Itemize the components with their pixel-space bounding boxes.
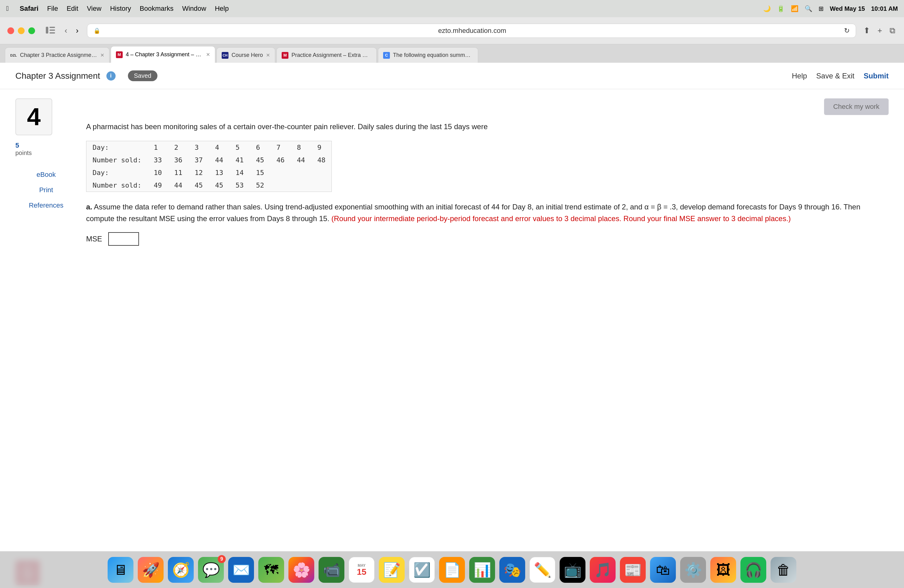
submit-button[interactable]: Submit xyxy=(864,72,889,80)
data-table: Day: 1 2 3 4 5 6 7 8 9 Number sold: 33 xyxy=(86,141,332,192)
table-cell: 12 xyxy=(188,166,209,179)
table-cell: 5 xyxy=(229,141,250,154)
mse-row: MSE xyxy=(86,232,889,246)
table-cell: 44 xyxy=(291,154,311,166)
table-cell xyxy=(311,166,332,179)
table-cell: 37 xyxy=(188,154,209,166)
table-cell: 45 xyxy=(188,179,209,192)
tab-3[interactable]: CH Course Hero ✕ xyxy=(217,47,275,63)
dock-messages[interactable]: 💬 9 xyxy=(198,557,224,583)
menubar-view[interactable]: View xyxy=(87,5,101,13)
table-cell: 15 xyxy=(250,166,270,179)
dock-safari[interactable]: 🧭 xyxy=(168,557,194,583)
dock-photos[interactable]: 🌸 xyxy=(288,557,314,583)
menubar-help[interactable]: Help xyxy=(215,5,229,13)
dock-freeform[interactable]: ✏️ xyxy=(529,557,555,583)
print-button[interactable]: Print xyxy=(15,184,77,196)
main-area: 4 5 points eBook Print References Check … xyxy=(0,89,904,557)
reload-icon[interactable]: ↻ xyxy=(844,27,850,35)
tab-close-3[interactable]: ✕ xyxy=(266,52,270,58)
minimize-window-button[interactable] xyxy=(18,27,25,34)
dock-numbers[interactable]: 📊 xyxy=(469,557,495,583)
battery-icon: 🔋 xyxy=(777,5,785,12)
dock-calendar[interactable]: MAY 15 xyxy=(349,557,375,583)
dock-finder[interactable]: 🖥 xyxy=(107,557,133,583)
svg-rect-2 xyxy=(49,30,55,31)
tabs-bar: DZL Chapter 3 Practice Assignment – Extr… xyxy=(0,44,904,63)
dock-appletv[interactable]: 📺 xyxy=(559,557,585,583)
back-button[interactable]: ‹ xyxy=(62,25,70,36)
mse-input[interactable] xyxy=(108,232,139,246)
tab-favicon-4: M xyxy=(282,52,288,59)
check-my-work-button[interactable]: Check my work xyxy=(824,98,889,115)
assignment-header: Chapter 3 Assignment i Saved Help Save &… xyxy=(0,63,904,89)
table-row-sold2: Number sold: 49 44 45 45 53 52 xyxy=(86,179,332,192)
table-cell: 13 xyxy=(209,166,229,179)
table-cell: 41 xyxy=(229,154,250,166)
tab-5[interactable]: C The following equation summarizes the.… xyxy=(378,47,478,63)
dock-keynote[interactable]: 🎭 xyxy=(499,557,525,583)
menubar-history[interactable]: History xyxy=(110,5,131,13)
dock-launchpad[interactable]: 🚀 xyxy=(138,557,164,583)
info-icon[interactable]: i xyxy=(106,71,115,81)
dock-reminders[interactable]: ☑️ xyxy=(409,557,435,583)
assignment-title: Chapter 3 Assignment xyxy=(15,71,100,81)
tab-2[interactable]: M 4 – Chapter 3 Assignment – Connect ✕ xyxy=(111,46,215,63)
dock-preview[interactable]: 🖼 xyxy=(710,557,736,583)
tab-1[interactable]: DZL Chapter 3 Practice Assignment – Extr… xyxy=(5,47,109,63)
clock: Wed May 15 xyxy=(830,5,865,12)
dock-maps[interactable]: 🗺 xyxy=(258,557,284,583)
address-bar[interactable]: 🔒 ezto.mheducation.com ↻ xyxy=(87,24,856,38)
new-tab-button[interactable]: + xyxy=(876,25,883,36)
dock-appstore[interactable]: 🛍 xyxy=(650,557,676,583)
url-display: ezto.mheducation.com xyxy=(104,27,840,35)
dock-pages[interactable]: 📄 xyxy=(439,557,465,583)
forward-button[interactable]: › xyxy=(73,25,81,36)
apple-menu[interactable]:  xyxy=(6,5,9,13)
table-row-day2: Day: 10 11 12 13 14 15 xyxy=(86,166,332,179)
menubar-app[interactable]: Safari xyxy=(20,5,38,13)
sidebar-toggle-button[interactable] xyxy=(45,27,56,35)
menubar-bookmarks[interactable]: Bookmarks xyxy=(140,5,174,13)
tab-label-2: 4 – Chapter 3 Assignment – Connect xyxy=(126,51,203,58)
page-content: Chapter 3 Assignment i Saved Help Save &… xyxy=(0,63,904,588)
menubar-file[interactable]: File xyxy=(47,5,58,13)
maximize-window-button[interactable] xyxy=(28,27,35,34)
search-icon[interactable]: 🔍 xyxy=(805,5,812,12)
tab-4[interactable]: M Practice Assignment – Extra Credit – C… xyxy=(277,47,377,63)
share-button[interactable]: ⬆ xyxy=(862,25,871,36)
table-cell xyxy=(291,166,311,179)
dock-notes[interactable]: 📝 xyxy=(379,557,405,583)
table-cell xyxy=(311,179,332,192)
dock-music[interactable]: 🎵 xyxy=(590,557,616,583)
dock-news[interactable]: 📰 xyxy=(620,557,646,583)
save-exit-button[interactable]: Save & Exit xyxy=(816,72,855,80)
tab-overview-button[interactable]: ⧉ xyxy=(888,25,897,36)
help-button[interactable]: Help xyxy=(792,72,807,80)
table-cell: 1 xyxy=(148,141,168,154)
dock-settings[interactable]: ⚙️ xyxy=(680,557,706,583)
tab-favicon-1: DZL xyxy=(10,52,17,59)
dock-trash[interactable]: 🗑 xyxy=(771,557,797,583)
menubar-edit[interactable]: Edit xyxy=(67,5,78,13)
close-window-button[interactable] xyxy=(7,27,14,34)
ebook-button[interactable]: eBook xyxy=(15,169,77,180)
browser-window: ‹ › 🔒 ezto.mheducation.com ↻ ⬆ + ⧉ DZL C… xyxy=(0,17,904,588)
dock-spotify[interactable]: 🎧 xyxy=(740,557,766,583)
question-area: Check my work A pharmacist has been moni… xyxy=(86,98,889,548)
references-button[interactable]: References xyxy=(15,199,77,211)
wifi-icon: 📶 xyxy=(791,5,798,12)
table-cell: 2 xyxy=(168,141,188,154)
dock-mail[interactable]: ✉️ xyxy=(228,557,254,583)
svg-rect-0 xyxy=(46,27,48,33)
menubar:  Safari File Edit View History Bookmark… xyxy=(0,0,904,17)
dock-facetime[interactable]: 📹 xyxy=(319,557,345,583)
table-cell xyxy=(270,166,291,179)
tab-close-2[interactable]: ✕ xyxy=(206,52,210,57)
tab-close-1[interactable]: ✕ xyxy=(100,52,104,58)
control-center-icon[interactable]: ⊞ xyxy=(819,5,824,12)
table-row-day1: Day: 1 2 3 4 5 6 7 8 9 xyxy=(86,141,332,154)
lock-icon: 🔒 xyxy=(93,27,100,34)
menubar-window[interactable]: Window xyxy=(182,5,206,13)
tab-label-4: Practice Assignment – Extra Credit – C..… xyxy=(291,52,371,58)
